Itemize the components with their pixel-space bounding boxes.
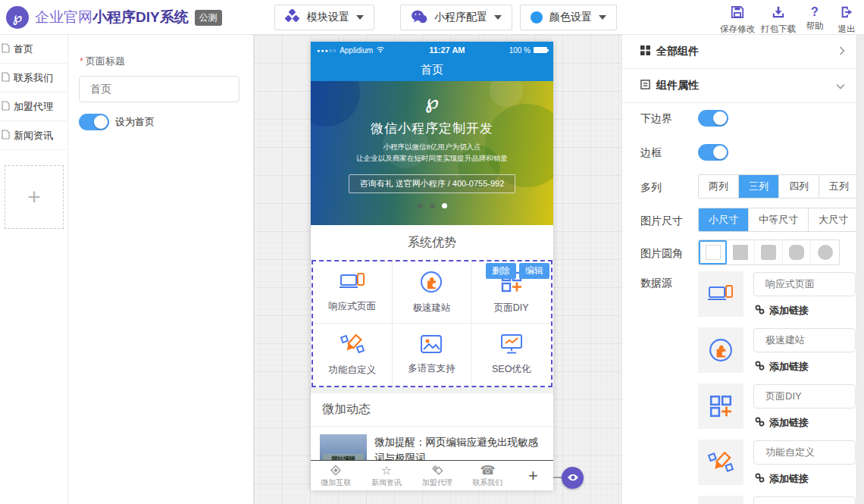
grid-item-responsive[interactable]: 响应式页面 <box>313 261 393 324</box>
add-link-label: 添加链接 <box>769 360 809 374</box>
grid-item-label: 功能自定义 <box>329 364 377 377</box>
tab-contact[interactable]: ☎ 联系我们 <box>462 464 513 488</box>
save-button[interactable]: 保存修改 <box>717 3 758 35</box>
page-doc-icon <box>2 101 10 113</box>
datasource-title-input[interactable] <box>753 272 856 296</box>
radius-option-large[interactable] <box>783 240 811 265</box>
datasource-title-input[interactable] <box>753 384 856 409</box>
inspector-scrollbar[interactable] <box>856 35 864 504</box>
banner-heading: 微信小程序定制开发 <box>371 120 493 137</box>
carousel-dot-active[interactable] <box>442 203 447 208</box>
app-title-main: 小程序DIY系统 <box>92 9 189 25</box>
grid-item-multilang[interactable]: 多语言支持 <box>393 324 472 386</box>
chain-link-icon <box>755 361 765 373</box>
brand: ℘ 企业官网小程序DIY系统 公测 <box>6 6 222 29</box>
section-gap <box>311 387 553 393</box>
radius-shape <box>818 245 833 260</box>
color-settings-button[interactable]: 颜色设置 <box>520 5 617 30</box>
datasource-title-input[interactable] <box>753 328 856 352</box>
grid-item-label: 页面DIY <box>494 302 529 315</box>
image-size-medium[interactable]: 中等尺寸 <box>749 208 809 231</box>
columns-option-five[interactable]: 五列 <box>819 175 856 198</box>
component-props-row[interactable]: 组件属性 <box>622 69 856 103</box>
laptop-phone-icon <box>340 272 365 295</box>
page-title-input[interactable] <box>79 76 239 102</box>
tab-weijia[interactable]: 微加互联 <box>311 464 362 488</box>
radius-option-circle[interactable] <box>811 240 839 265</box>
columns-option-three-selected[interactable]: 三列 <box>739 175 779 198</box>
edit-component-button[interactable]: 编辑 <box>519 263 549 279</box>
preview-eye-button[interactable] <box>562 467 584 489</box>
grid-item-custom[interactable]: 功能自定义 <box>313 324 393 386</box>
tab-news[interactable]: ☆ 新闻资讯 <box>362 464 412 488</box>
chain-link-icon <box>755 305 765 317</box>
sidebar-item-news[interactable]: 新闻资讯 <box>0 121 67 150</box>
radius-option-none-selected[interactable] <box>699 240 727 265</box>
battery-percent-label: 100 % <box>509 46 531 55</box>
tab-add-button[interactable]: + <box>513 466 553 486</box>
module-settings-label: 模块设置 <box>307 11 349 24</box>
grid-item-seo[interactable]: SEO优化 <box>471 324 551 386</box>
image-size-small-selected[interactable]: 小尺寸 <box>699 208 749 231</box>
columns-option-two[interactable]: 两列 <box>699 175 739 198</box>
image-size-large[interactable]: 大尺寸 <box>809 208 856 231</box>
delete-component-button[interactable]: 删除 <box>486 263 516 279</box>
add-page-button[interactable]: + <box>5 165 64 229</box>
border-toggle[interactable] <box>698 144 728 161</box>
datasource-title-input[interactable] <box>753 440 856 465</box>
advantages-section-title: 系统优势 <box>311 225 553 260</box>
bottom-border-toggle[interactable] <box>698 110 728 127</box>
all-components-row[interactable]: 全部组件 <box>622 35 856 69</box>
puzzle-circle-icon <box>420 271 443 296</box>
sidebar-item-label: 加盟代理 <box>14 100 53 114</box>
sidebar-item-home[interactable]: 首页 <box>0 35 67 64</box>
add-link-button[interactable]: 添加链接 <box>755 472 809 486</box>
top-header: ℘ 企业官网小程序DIY系统 公测 模块设置 小程序配置 颜色设置 <box>0 0 864 35</box>
add-link-button[interactable]: 添加链接 <box>755 360 809 374</box>
datasource-title-input[interactable] <box>753 496 856 504</box>
phone-nav-bar: 首页 <box>311 58 553 81</box>
radius-option-square[interactable] <box>727 240 755 265</box>
header-actions: 保存修改 打包下载 ? 帮助 退出 <box>717 3 862 35</box>
download-icon <box>772 5 785 22</box>
grid-item-label: SEO优化 <box>492 363 531 376</box>
app-root: ℘ 企业官网小程序DIY系统 公测 模块设置 小程序配置 颜色设置 <box>0 0 864 504</box>
radius-shape <box>761 245 776 260</box>
bottom-border-label: 下边界 <box>640 112 672 126</box>
carousel-dot[interactable] <box>418 203 423 208</box>
banner-cta-pill[interactable]: 咨询有礼 送官网小程序 / 400-0755-992 <box>349 174 516 193</box>
grid-item-fastbuild[interactable]: 极速建站 <box>393 261 472 324</box>
monitor-chart-icon <box>500 333 523 358</box>
module-settings-button[interactable]: 模块设置 <box>274 5 374 30</box>
wifi-icon <box>376 46 385 55</box>
datasource-row: 添加链接 <box>698 271 856 317</box>
color-swatch-icon <box>531 11 543 23</box>
add-link-button[interactable]: 添加链接 <box>755 416 809 430</box>
phone-status-bar: ●●●○○ Applidium 11:27 AM 100 % <box>311 42 553 58</box>
add-link-label: 添加链接 <box>769 416 809 430</box>
sidebar-item-agency[interactable]: 加盟代理 <box>0 92 67 121</box>
miniprogram-config-button[interactable]: 小程序配置 <box>400 5 512 30</box>
news-section-title: 微加动态 <box>311 393 553 427</box>
carousel-dot[interactable] <box>430 203 435 208</box>
help-label: 帮助 <box>806 20 824 32</box>
modules-cubes-icon <box>285 9 300 26</box>
preview-connector-line <box>553 477 562 478</box>
sidebar-item-label: 联系我们 <box>14 71 53 85</box>
miniprogram-config-label: 小程序配置 <box>434 11 487 24</box>
selected-grid-component[interactable]: 删除 编辑 响应式页面 极速建站 页面DIY 功能自定义 <box>311 260 553 387</box>
sidebar-item-contact[interactable]: 联系我们 <box>0 64 67 92</box>
radius-option-small[interactable] <box>755 240 783 265</box>
help-button[interactable]: ? 帮助 <box>799 3 831 35</box>
pencil-icon <box>698 440 743 485</box>
tab-agency[interactable]: 加盟代理 <box>412 464 462 488</box>
set-home-toggle[interactable] <box>79 114 109 130</box>
app-title: 企业官网小程序DIY系统 <box>35 8 189 27</box>
signal-dots-icon: ●●●○○ <box>317 48 337 53</box>
banner-component[interactable]: ℘ 微信小程序定制开发 小程序以微信8亿用户为切入点 让企业以及商家在短时间里实… <box>311 81 553 225</box>
exit-button[interactable]: 退出 <box>831 3 862 35</box>
pages-sidebar: 首页 联系我们 加盟代理 新闻资讯 + <box>0 35 68 504</box>
download-button[interactable]: 打包下载 <box>758 3 799 35</box>
columns-option-four[interactable]: 四列 <box>779 175 819 198</box>
add-link-button[interactable]: 添加链接 <box>755 304 809 318</box>
